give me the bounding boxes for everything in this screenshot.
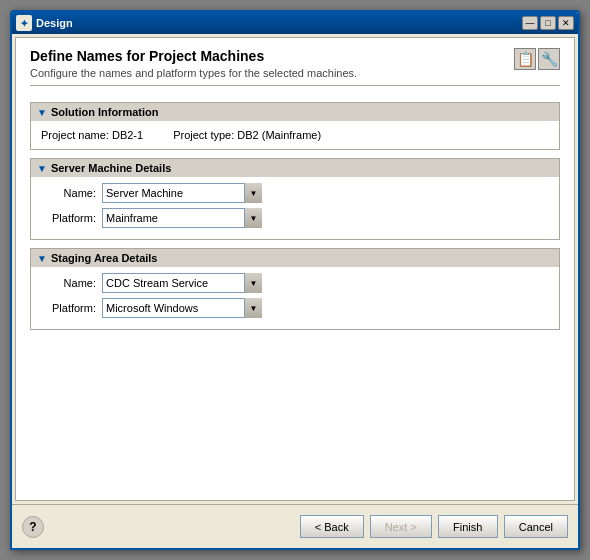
server-section-title: Server Machine Details	[51, 162, 171, 174]
settings-icon-btn[interactable]: 🔧	[538, 48, 560, 70]
page-title: Define Names for Project Machines	[30, 48, 357, 64]
server-collapse-arrow[interactable]: ▼	[37, 163, 47, 174]
window-title: Design	[36, 17, 522, 29]
staging-name-label: Name:	[41, 277, 96, 289]
solution-collapse-arrow[interactable]: ▼	[37, 107, 47, 118]
server-name-label: Name:	[41, 187, 96, 199]
server-section-header: ▼ Server Machine Details	[31, 159, 559, 177]
footer: ? < Back Next > Finish Cancel	[12, 504, 578, 548]
server-name-row: Name: Server Machine ▼	[41, 183, 549, 203]
solution-section-header: ▼ Solution Information	[31, 103, 559, 121]
solution-section: ▼ Solution Information Project name: DB2…	[30, 102, 560, 150]
main-window: ✦ Design — □ ✕ Define Names for Project …	[10, 10, 580, 550]
staging-platform-select-wrapper: Microsoft Windows ▼	[102, 298, 262, 318]
help-icon-btn[interactable]: 📋	[514, 48, 536, 70]
solution-section-title: Solution Information	[51, 106, 159, 118]
staging-section-header: ▼ Staging Area Details	[31, 249, 559, 267]
header-text: Define Names for Project Machines Config…	[30, 48, 357, 79]
server-name-select-wrapper: Server Machine ▼	[102, 183, 262, 203]
staging-name-row: Name: CDC Stream Service ▼	[41, 273, 549, 293]
project-type-value: DB2 (Mainframe)	[237, 129, 321, 141]
staging-platform-label: Platform:	[41, 302, 96, 314]
cancel-button[interactable]: Cancel	[504, 515, 568, 538]
close-button[interactable]: ✕	[558, 16, 574, 30]
staging-section-title: Staging Area Details	[51, 252, 158, 264]
staging-name-select-wrapper: CDC Stream Service ▼	[102, 273, 262, 293]
staging-section: ▼ Staging Area Details Name: CDC Stream …	[30, 248, 560, 330]
server-platform-row: Platform: Mainframe ▼	[41, 208, 549, 228]
title-bar: ✦ Design — □ ✕	[12, 12, 578, 34]
staging-name-select[interactable]: CDC Stream Service	[102, 273, 262, 293]
project-type-label: Project type: DB2 (Mainframe)	[173, 129, 321, 141]
staging-platform-select[interactable]: Microsoft Windows	[102, 298, 262, 318]
finish-button[interactable]: Finish	[438, 515, 498, 538]
header-icons: 📋 🔧	[514, 48, 560, 70]
project-name-label: Project name: DB2-1	[41, 129, 143, 141]
server-platform-label: Platform:	[41, 212, 96, 224]
staging-platform-row: Platform: Microsoft Windows ▼	[41, 298, 549, 318]
maximize-button[interactable]: □	[540, 16, 556, 30]
minimize-button[interactable]: —	[522, 16, 538, 30]
page-subtitle: Configure the names and platform types f…	[30, 67, 357, 79]
project-name-value: DB2-1	[112, 129, 143, 141]
window-icon: ✦	[16, 15, 32, 31]
next-button[interactable]: Next >	[370, 515, 432, 538]
solution-section-body: Project name: DB2-1 Project type: DB2 (M…	[31, 121, 559, 149]
back-button[interactable]: < Back	[300, 515, 364, 538]
server-name-select[interactable]: Server Machine	[102, 183, 262, 203]
solution-info-row: Project name: DB2-1 Project type: DB2 (M…	[41, 127, 549, 143]
staging-collapse-arrow[interactable]: ▼	[37, 253, 47, 264]
content-area: Define Names for Project Machines Config…	[15, 37, 575, 501]
titlebar-controls: — □ ✕	[522, 16, 574, 30]
server-section-body: Name: Server Machine ▼ Platform: Mainfra…	[31, 177, 559, 239]
staging-section-body: Name: CDC Stream Service ▼ Platform: Mic…	[31, 267, 559, 329]
server-platform-select-wrapper: Mainframe ▼	[102, 208, 262, 228]
server-section: ▼ Server Machine Details Name: Server Ma…	[30, 158, 560, 240]
footer-buttons: < Back Next > Finish Cancel	[300, 515, 568, 538]
help-button[interactable]: ?	[22, 516, 44, 538]
server-platform-select[interactable]: Mainframe	[102, 208, 262, 228]
page-header: Define Names for Project Machines Config…	[30, 48, 560, 86]
